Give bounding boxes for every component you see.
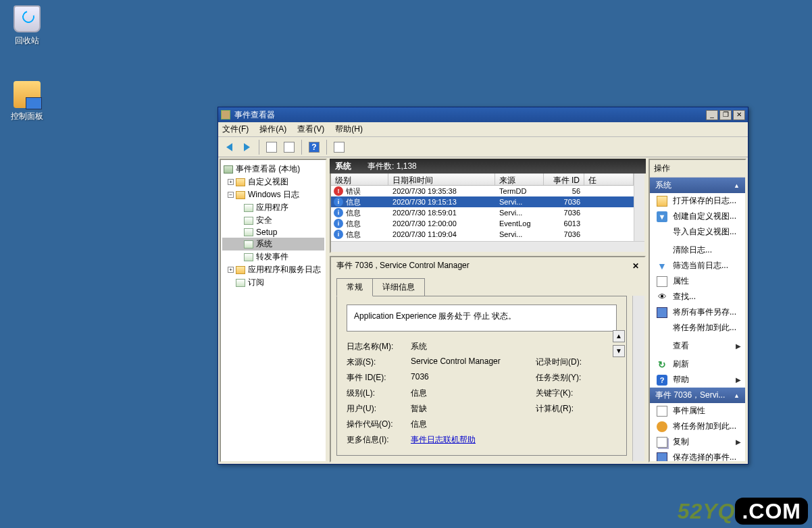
tree-subscriptions[interactable]: 订阅 <box>222 276 324 289</box>
event-count: 1,138 <box>397 161 417 171</box>
col-event-id[interactable]: 事件 ID <box>544 174 584 185</box>
tree-forwarded[interactable]: 转发事件 <box>222 250 324 263</box>
menu-file[interactable]: 文件(F) <box>222 124 249 135</box>
more-info-link[interactable]: 事件日志联机帮助 <box>411 434 536 446</box>
list-header-title: 系统 <box>335 161 351 172</box>
tree-custom-views[interactable]: +自定义视图 <box>222 176 324 188</box>
log-icon <box>244 240 253 248</box>
maximize-button[interactable]: ❐ <box>719 110 732 120</box>
event-row[interactable]: i信息2020/7/30 19:15:13Servi...7036 <box>331 196 634 207</box>
info-icon: i <box>334 219 343 228</box>
desktop-icon-control-panel[interactable]: 控制面板 <box>5 81 49 122</box>
event-viewer-window: 事件查看器 _ ❐ ✕ 文件(F) 操作(A) 查看(V) 帮助(H) ? 事件… <box>218 107 748 465</box>
back-button[interactable] <box>221 139 237 155</box>
toolbar-separator <box>259 140 259 155</box>
action-clear-log[interactable]: 清除日志... <box>650 242 745 258</box>
event-message: Application Experience 服务处于 停止 状态。 <box>347 305 617 332</box>
close-button[interactable]: ✕ <box>733 110 745 120</box>
pane-icon <box>266 142 277 153</box>
arrow-right-icon <box>244 143 250 151</box>
action-save-selected[interactable]: 保存选择的事件... <box>650 450 745 463</box>
arrow-left-icon <box>226 143 232 151</box>
pane3-icon <box>334 142 345 153</box>
event-row[interactable]: i信息2020/7/30 12:00:00EventLog6013 <box>331 218 634 229</box>
open-icon <box>657 196 667 207</box>
menu-help[interactable]: 帮助(H) <box>335 124 363 135</box>
arrow-right-icon: ▶ <box>736 376 741 384</box>
arrow-right-icon: ▶ <box>736 438 741 446</box>
menu-view[interactable]: 查看(V) <box>297 124 324 135</box>
detail-close-button[interactable]: ✕ <box>632 261 639 271</box>
tree-setup[interactable]: Setup <box>222 227 324 238</box>
tree-pane[interactable]: 事件查看器 (本地) +自定义视图 −Windows 日志 应用程序 安全 Se… <box>220 159 327 463</box>
titlebar[interactable]: 事件查看器 _ ❐ ✕ <box>218 107 748 122</box>
action-save-all[interactable]: 将所有事件另存... <box>650 305 745 320</box>
event-row[interactable]: i信息2020/7/30 18:59:01Servi...7036 <box>331 207 634 218</box>
action-filter-log[interactable]: ▼筛选当前日志... <box>650 258 745 273</box>
toolbar-separator <box>301 140 302 155</box>
tree-security[interactable]: 安全 <box>222 214 324 227</box>
tree-system[interactable]: 系统 <box>222 238 324 250</box>
toolbar-btn-3[interactable] <box>331 139 347 155</box>
tree-windows-logs[interactable]: −Windows 日志 <box>222 188 324 201</box>
detail-vscrollbar[interactable] <box>632 296 644 461</box>
log-icon <box>244 204 253 212</box>
col-datetime[interactable]: 日期和时间 <box>388 174 495 185</box>
label-taskcat: 任务类别(Y): <box>536 372 590 384</box>
label-logged: 记录时间(D): <box>536 357 590 368</box>
funnel-icon: ▼ <box>657 261 667 271</box>
collapse-icon[interactable]: − <box>228 192 234 198</box>
col-level[interactable]: 级别 <box>331 174 388 185</box>
list-hscrollbar[interactable] <box>331 241 644 252</box>
tab-general[interactable]: 常规 <box>336 278 373 296</box>
event-row[interactable]: !错误2020/7/30 19:35:38TermDD56 <box>331 186 634 196</box>
recycle-bin-icon <box>14 5 41 32</box>
toolbar-help[interactable]: ? <box>306 139 322 155</box>
help-icon: ? <box>657 375 667 386</box>
event-list[interactable]: 级别 日期和时间 来源 事件 ID 任 !错误2020/7/30 19:35:3… <box>330 174 646 253</box>
column-headers[interactable]: 级别 日期和时间 来源 事件 ID 任 <box>331 174 634 186</box>
action-view[interactable]: 查看▶ <box>650 338 745 354</box>
control-panel-icon <box>14 81 41 108</box>
label-computer: 计算机(R): <box>536 403 590 415</box>
toolbar-btn-1[interactable] <box>263 139 280 155</box>
minimize-button[interactable]: _ <box>706 110 718 120</box>
label-eventid: 事件 ID(E): <box>347 372 411 384</box>
action-attach-task[interactable]: 将任务附加到此... <box>650 320 745 336</box>
expand-icon[interactable]: + <box>228 267 234 273</box>
expand-icon[interactable]: + <box>228 179 234 185</box>
action-properties[interactable]: 属性 <box>650 273 745 289</box>
help-icon: ? <box>309 142 320 153</box>
col-task[interactable]: 任 <box>584 174 634 185</box>
event-row[interactable]: i信息2020/7/30 11:09:04Servi...7036 <box>331 229 634 240</box>
action-find[interactable]: 👁查找... <box>650 289 745 305</box>
forward-button[interactable] <box>238 139 255 155</box>
tab-details[interactable]: 详细信息 <box>372 278 425 296</box>
action-attach-task-event[interactable]: 将任务附加到此... <box>650 419 745 434</box>
detail-down-button[interactable]: ▼ <box>613 345 625 357</box>
action-import-custom-view[interactable]: 导入自定义视图... <box>650 224 745 240</box>
detail-up-button[interactable]: ▲ <box>613 330 625 342</box>
desktop-icon-recycle[interactable]: 回收站 <box>5 5 49 47</box>
action-help[interactable]: ?帮助▶ <box>650 372 745 388</box>
action-open-saved-log[interactable]: 打开保存的日志... <box>650 193 745 209</box>
arrow-right-icon: ▶ <box>736 342 741 350</box>
actions-group-system[interactable]: 系统▲ <box>650 178 745 193</box>
info-icon: i <box>334 197 343 207</box>
tree-app-service-logs[interactable]: +应用程序和服务日志 <box>222 263 324 276</box>
action-event-properties[interactable]: 事件属性 <box>650 403 745 419</box>
tree-application[interactable]: 应用程序 <box>222 201 324 214</box>
tree-root[interactable]: 事件查看器 (本地) <box>222 163 324 176</box>
label-opcode: 操作代码(O): <box>347 419 411 430</box>
list-vscrollbar[interactable] <box>634 174 644 241</box>
find-icon: 👁 <box>657 292 667 302</box>
action-copy[interactable]: 复制▶ <box>650 434 745 450</box>
menu-action[interactable]: 操作(A) <box>259 124 286 135</box>
action-refresh[interactable]: ↻刷新 <box>650 357 745 372</box>
action-create-custom-view[interactable]: ▼创建自定义视图... <box>650 209 745 224</box>
col-source[interactable]: 来源 <box>495 174 544 185</box>
toolbar-btn-2[interactable] <box>281 139 297 155</box>
actions-group-event[interactable]: 事件 7036，Servi...▲ <box>650 388 745 403</box>
label-level: 级别(L): <box>347 388 411 399</box>
task-icon <box>657 421 667 432</box>
